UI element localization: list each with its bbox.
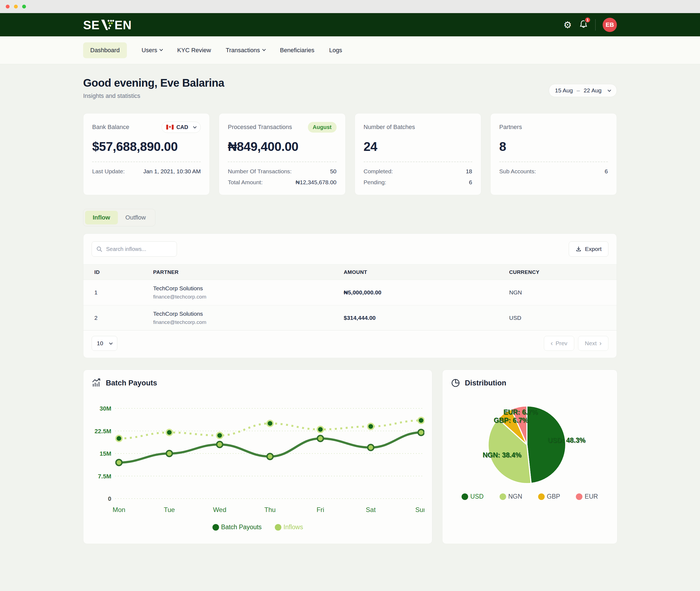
legend-item: Inflows	[275, 523, 303, 531]
page-size-select[interactable]: 10	[91, 336, 117, 351]
legend-label: Batch Payouts	[221, 523, 262, 531]
chevron-down-icon	[262, 48, 266, 51]
legend-item: Batch Payouts	[212, 523, 262, 531]
notification-count-badge: 1	[584, 17, 591, 23]
dashboard-main: Good evening, Eve Balarina Insights and …	[83, 64, 617, 544]
cell-partner: TechCorp Solutions finance@techcorp.com	[153, 311, 344, 325]
nav-label: KYC Review	[177, 47, 211, 54]
next-page-button[interactable]: Next ›	[578, 336, 609, 351]
cell-currency: USD	[509, 315, 617, 321]
chevron-right-icon: ›	[599, 340, 601, 347]
svg-text:Sun: Sun	[416, 506, 424, 513]
processed-transactions-value: ₦849,400.00	[228, 139, 336, 154]
notifications-bell-button[interactable]: 1	[579, 19, 588, 30]
svg-text:Wed: Wed	[213, 506, 227, 513]
stat-row-label: Number Of Transactions:	[228, 168, 292, 175]
stat-row-value: 18	[466, 168, 472, 175]
chevron-down-icon	[193, 125, 197, 128]
inflow-tab[interactable]: Inflow	[85, 211, 118, 224]
outflow-tab[interactable]: Outflow	[118, 211, 154, 224]
chevron-down-icon	[109, 341, 113, 345]
partners-card: Partners 8 Sub Accounts: 6	[490, 113, 617, 195]
page-subtitle: Insights and statistics	[83, 92, 224, 100]
cell-amount: $314,444.00	[344, 315, 509, 321]
pie-chart-icon	[451, 378, 460, 388]
legend-dot	[275, 524, 281, 531]
card-label: Bank Balance	[92, 124, 129, 131]
nav-label: Transactions	[226, 47, 260, 54]
card-label: Number of Batches	[364, 124, 415, 131]
distribution-pie-chart: USD: 48.3%USD: 48.3%NGN: 38.4%NGN: 38.4%…	[451, 392, 609, 488]
legend-label: Inflows	[283, 523, 303, 531]
table-row[interactable]: 2 TechCorp Solutions finance@techcorp.co…	[83, 305, 617, 330]
svg-text:0: 0	[108, 495, 111, 502]
nav-item-dashboard[interactable]: Dashboard	[83, 42, 127, 58]
nav-item-kyc-review[interactable]: KYC Review	[177, 42, 211, 58]
svg-text:GBP: 6.7%: GBP: 6.7%	[494, 416, 528, 424]
stat-row-value: 6	[469, 179, 472, 186]
macos-titlebar	[0, 0, 700, 13]
export-button[interactable]: Export	[569, 241, 609, 257]
main-nav: Dashboard Users KYC Review Transactions …	[0, 37, 700, 64]
flow-toggle: Inflow Outflow	[83, 209, 155, 226]
stat-row-label: Pending:	[364, 179, 386, 186]
search-wrap	[91, 241, 177, 257]
batches-value: 24	[364, 139, 472, 154]
stat-row-value: 6	[604, 168, 608, 175]
seven-logo: SE EN	[83, 18, 132, 31]
nav-item-logs[interactable]: Logs	[329, 42, 342, 58]
legend-label: USD	[470, 493, 484, 500]
table-header-row: ID PARTNER AMOUNT CURRENCY	[83, 264, 617, 280]
zoom-window-button[interactable]	[22, 5, 26, 8]
inflow-table-card: Export ID PARTNER AMOUNT CURRENCY 1 Tech…	[83, 234, 617, 358]
page-size-value: 10	[97, 340, 103, 347]
partner-email: finance@techcorp.com	[153, 319, 344, 325]
legend-label: EUR	[585, 493, 598, 500]
svg-text:30M: 30M	[100, 405, 111, 412]
date-range-separator: –	[577, 87, 580, 94]
header-divider	[595, 19, 595, 30]
legend-label: GBP	[547, 493, 560, 500]
stat-row-value: ₦12,345,678.00	[296, 179, 336, 186]
chevron-down-icon	[608, 88, 611, 92]
user-avatar[interactable]: EB	[602, 18, 617, 32]
chevron-down-icon	[160, 48, 163, 51]
currency-selector[interactable]: CAD	[162, 122, 201, 133]
date-range-selector[interactable]: 15 Aug – 22 Aug	[549, 84, 617, 97]
legend-item: EUR	[576, 493, 598, 500]
column-header-currency: CURRENCY	[509, 269, 617, 275]
close-window-button[interactable]	[6, 5, 10, 8]
nav-label: Logs	[329, 47, 342, 54]
logo-text-prefix: SE	[83, 19, 100, 31]
table-row[interactable]: 1 TechCorp Solutions finance@techcorp.co…	[83, 280, 617, 305]
stat-row-value: 50	[330, 168, 336, 175]
canada-flag-icon	[166, 125, 174, 130]
settings-gear-icon[interactable]: ⚙	[564, 20, 572, 29]
legend-item: USD	[461, 493, 484, 500]
processed-transactions-card: Processed Transactions August ₦849,400.0…	[219, 113, 345, 195]
date-range-end: 22 Aug	[584, 87, 601, 94]
nav-label: Beneficiaries	[280, 47, 314, 54]
card-label: Processed Transactions	[228, 124, 292, 131]
last-update-label: Last Update:	[92, 168, 125, 175]
chart-title: Distribution	[465, 379, 506, 387]
greeting-block: Good evening, Eve Balarina Insights and …	[83, 77, 224, 100]
svg-text:NGN: 38.4%: NGN: 38.4%	[483, 451, 521, 459]
column-header-amount: AMOUNT	[344, 269, 509, 275]
minimize-window-button[interactable]	[14, 5, 18, 8]
nav-item-users[interactable]: Users	[142, 42, 163, 58]
nav-item-transactions[interactable]: Transactions	[226, 42, 265, 58]
cell-id: 2	[94, 315, 153, 321]
svg-text:EUR: 6.7%: EUR: 6.7%	[503, 408, 537, 416]
last-update-value: Jan 1, 2021, 10:30 AM	[143, 168, 201, 175]
svg-text:22.5M: 22.5M	[94, 428, 111, 435]
nav-item-beneficiaries[interactable]: Beneficiaries	[280, 42, 314, 58]
legend-dot	[461, 494, 468, 500]
divider	[499, 161, 608, 162]
search-input[interactable]	[91, 241, 177, 257]
cell-amount: ₦5,000,000.00	[344, 289, 509, 296]
partner-email: finance@techcorp.com	[153, 294, 344, 300]
inflow-table: ID PARTNER AMOUNT CURRENCY 1 TechCorp So…	[83, 264, 617, 330]
search-icon	[96, 246, 103, 252]
prev-page-button[interactable]: ‹ Prev	[544, 336, 574, 351]
